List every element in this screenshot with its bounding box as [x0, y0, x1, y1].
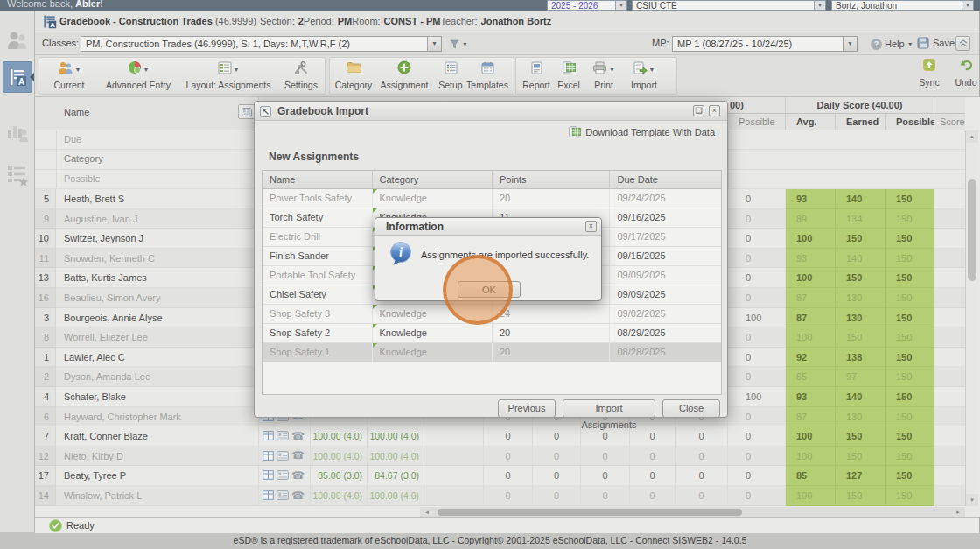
assignment-score-cell[interactable]: 0	[484, 466, 533, 486]
student-name[interactable]: Worrell, Eliezer Lee	[56, 327, 259, 348]
assignment-score-cell[interactable]: 0	[676, 486, 728, 506]
daily-possible-cell[interactable]: 150	[886, 229, 934, 249]
score-cell[interactable]	[934, 189, 965, 209]
student-name[interactable]: Hayward, Christopher Mark	[56, 407, 259, 427]
assignment-category-cell[interactable]: Knowledge	[373, 324, 493, 342]
import-assignment-row[interactable]: Power Tools SafetyKnowledge2009/24/2025	[262, 189, 721, 208]
toolbar-button-advanced-entry[interactable]: ▼Advanced Entry	[101, 61, 176, 90]
assignment-name-cell[interactable]: Power Tools Safety	[262, 189, 373, 208]
average-cell[interactable]: 100.00 (4.0)	[311, 447, 368, 467]
contact-card-icon[interactable]	[276, 490, 289, 501]
import-assignment-row[interactable]: Shop Safety 2Knowledge2008/29/2025	[262, 324, 721, 343]
daily-possible-cell[interactable]: 150	[886, 308, 934, 328]
assignment-points-cell[interactable]: 20	[493, 189, 610, 208]
contact-card-icon[interactable]	[276, 451, 289, 461]
toolbar-button-layout-assignments[interactable]: ▼Layout: Assignments	[179, 61, 277, 90]
empty-cell[interactable]	[424, 447, 484, 467]
scroll-down-icon[interactable]: ▼	[966, 494, 978, 506]
toolbar-button-templates[interactable]: Templates	[461, 61, 514, 90]
toolbar-button-print[interactable]: ▼Print	[588, 61, 620, 90]
students-icon[interactable]	[6, 30, 29, 53]
daily-earned-cell[interactable]: 130	[836, 407, 886, 427]
gradebook-nav-active[interactable]: A	[3, 61, 32, 93]
student-row[interactable]: 14Winslow, Patrick L☎100.00 (4.0)100.00 …	[35, 486, 965, 506]
assignment-score-cell[interactable]: 0	[676, 447, 728, 467]
assignment-score-cell[interactable]: 0	[581, 466, 630, 486]
district-select[interactable]: CSIU CTE▼	[632, 0, 826, 11]
score-cell[interactable]	[934, 387, 965, 407]
daily-earned-cell[interactable]: 140	[836, 387, 886, 407]
score-cell[interactable]	[934, 249, 965, 269]
student-name[interactable]: Schafer, Blake	[56, 387, 259, 407]
assignment-score-cell[interactable]: 0	[676, 426, 728, 447]
assignment-due-cell[interactable]: 09/17/2025	[610, 228, 721, 246]
phone-icon[interactable]: ☎	[291, 451, 304, 461]
student-name[interactable]: Bourgeois, Annie Alyse	[56, 308, 259, 328]
horizontal-scroll-thumb[interactable]	[438, 509, 742, 516]
daily-possible-cell[interactable]: 150	[886, 327, 934, 348]
student-name[interactable]: Lawler, Alec C	[56, 348, 259, 368]
daily-possible-cell[interactable]: 150	[886, 387, 934, 407]
assignment-name-cell[interactable]: Electric Drill	[262, 228, 373, 246]
average-cell[interactable]: 100.00 (4.0)	[368, 426, 424, 447]
score-cell[interactable]	[934, 229, 965, 249]
scroll-left-icon[interactable]: ◄	[422, 508, 432, 517]
daily-avg-cell[interactable]: 85	[786, 466, 836, 486]
chevron-down-icon[interactable]: ▼	[843, 37, 857, 51]
grid-view-icon[interactable]	[262, 431, 274, 441]
daily-earned-cell[interactable]: 150	[836, 327, 886, 348]
possible-cell[interactable]: 0	[728, 367, 786, 387]
daily-avg-cell[interactable]: 100	[786, 268, 836, 288]
classes-select[interactable]: PM, Construction Trades (46.9999), S: 1,…	[80, 36, 442, 52]
daily-earned-cell[interactable]: 150	[836, 486, 886, 506]
collapse-panel-button[interactable]	[956, 36, 970, 51]
close-icon[interactable]: ×	[585, 221, 597, 232]
daily-earned-cell[interactable]: 130	[836, 308, 886, 328]
assignment-name-cell[interactable]: Shop Safety 2	[262, 324, 373, 342]
daily-possible-cell[interactable]: 150	[886, 486, 934, 506]
roster-star-icon[interactable]	[6, 164, 29, 187]
possible-cell[interactable]: 100	[728, 387, 786, 407]
score-cell[interactable]	[934, 288, 965, 308]
vertical-scroll-thumb[interactable]	[968, 179, 976, 281]
assignment-name-cell[interactable]: Portable Tool Safety	[262, 266, 373, 285]
possible-cell[interactable]: 0	[728, 327, 786, 348]
score-cell[interactable]	[934, 327, 965, 348]
daily-possible-cell[interactable]: 150	[886, 268, 934, 288]
score-cell[interactable]	[934, 426, 965, 447]
daily-earned-cell[interactable]: 97	[836, 367, 886, 387]
score-cell[interactable]	[934, 486, 965, 506]
toolbar-button-category[interactable]: Category	[332, 61, 375, 90]
daily-earned-cell[interactable]: 150	[836, 447, 886, 467]
close-button[interactable]: Close	[662, 399, 720, 418]
chevron-down-icon[interactable]: ▼	[962, 1, 973, 11]
possible-cell[interactable]: 100	[728, 308, 786, 328]
score-cell[interactable]	[934, 447, 965, 467]
student-name[interactable]: Switzer, Jeynson J	[56, 229, 259, 249]
assignment-score-cell[interactable]: 0	[533, 466, 581, 486]
score-cell[interactable]	[934, 268, 965, 288]
score-cell[interactable]	[934, 367, 965, 387]
contact-card-icon[interactable]	[276, 431, 289, 441]
help-button[interactable]: ?Help▼	[871, 36, 914, 52]
close-icon[interactable]: ×	[709, 105, 720, 116]
vertical-scrollbar[interactable]: ▲ ▼	[965, 130, 978, 506]
score-cell[interactable]	[934, 466, 965, 486]
assignment-score-cell[interactable]: 0	[581, 486, 630, 506]
daily-avg-cell[interactable]: 87	[786, 407, 836, 427]
daily-earned-cell[interactable]: 130	[836, 288, 886, 308]
student-row[interactable]: 17Beaty, Tyree P☎85.00 (3.0)84.67 (3.0)0…	[35, 466, 965, 486]
student-name[interactable]: Kraft, Conner Blaze	[56, 426, 259, 447]
class-filter-button[interactable]: ▼	[450, 39, 468, 49]
save-button[interactable]: Save	[917, 35, 955, 51]
daily-avg-cell[interactable]: 87	[786, 288, 836, 308]
daily-avg-cell[interactable]: 100	[786, 327, 836, 348]
scroll-up-icon[interactable]: ▲	[966, 130, 978, 143]
score-cell[interactable]	[934, 348, 965, 368]
daily-avg-cell[interactable]: 89	[786, 209, 836, 229]
student-name[interactable]: Augustine, Ivan J	[56, 209, 259, 229]
daily-avg-cell[interactable]: 93	[786, 249, 836, 269]
grid-view-icon[interactable]	[262, 451, 274, 461]
assignment-due-cell[interactable]: 09/09/2025	[610, 285, 721, 304]
assignment-score-cell[interactable]: 0	[630, 447, 676, 467]
